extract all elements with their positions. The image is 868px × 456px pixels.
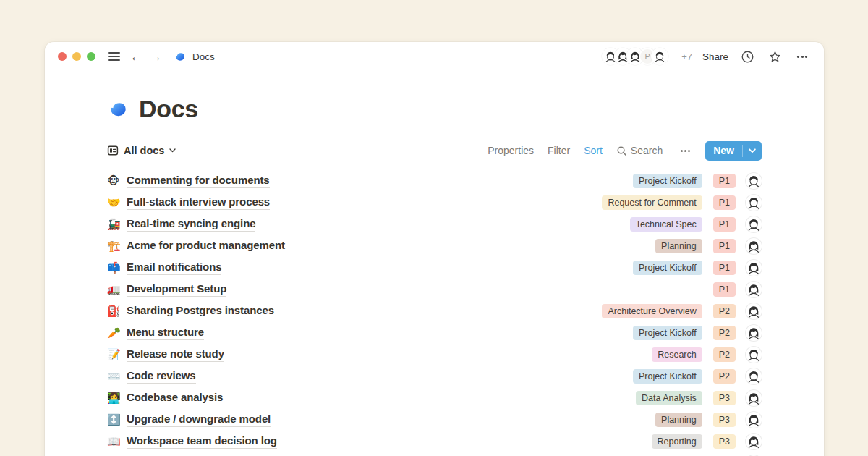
doc-priority[interactable]: P1 [713, 195, 736, 210]
doc-priority[interactable]: P1 [713, 239, 736, 253]
doc-tag[interactable]: Project Kickoff [633, 326, 702, 340]
collaborator-overflow-count[interactable]: +7 [681, 51, 692, 62]
open-book-emoji-icon: 📖 [107, 435, 127, 448]
assignee-avatar[interactable] [746, 412, 762, 428]
doc-title[interactable]: Sharding Postgres instances [127, 304, 274, 319]
history-icon[interactable] [739, 48, 756, 65]
doc-title[interactable]: Real-time syncing engine [127, 217, 255, 232]
locomotive-emoji-icon: 🚂 [107, 218, 127, 231]
share-button[interactable]: Share [702, 51, 728, 62]
doc-title[interactable]: Full-stack interview process [127, 195, 270, 211]
doc-row[interactable]: 📖 Workspace team decision log ReportingP… [107, 431, 762, 452]
doc-title[interactable]: Release note study [127, 347, 224, 363]
doc-tag[interactable]: Reporting [652, 434, 702, 449]
doc-title[interactable]: Email notifications [127, 261, 221, 276]
filter-button[interactable]: Filter [548, 145, 570, 156]
up-down-arrow-emoji-icon: ↕️ [107, 413, 127, 426]
doc-tag[interactable]: Project Kickoff [633, 369, 702, 384]
assignee-avatar[interactable] [746, 216, 762, 232]
doc-title[interactable]: Code reviews [127, 369, 196, 384]
doc-title[interactable]: Codebase analysis [127, 391, 223, 406]
doc-list: 🐵 Commenting for documents Project Kicko… [107, 170, 762, 456]
minimize-window-button[interactable] [72, 52, 81, 61]
doc-row[interactable]: 📫 Email notifications Project KickoffP1 [107, 257, 762, 279]
doc-row[interactable]: 🐵 Commenting for documents Project Kicko… [107, 170, 762, 192]
doc-row[interactable]: ↕️ Upgrade / downgrade model PlanningP3 [107, 409, 762, 431]
crane-emoji-icon: 🏗️ [107, 240, 127, 253]
toolbar-more-icon[interactable] [676, 142, 694, 159]
doc-title[interactable]: Upgrade / downgrade model [127, 413, 271, 428]
doc-tag[interactable]: Project Kickoff [633, 174, 702, 188]
doc-row[interactable]: 🥕 Menu structure Project KickoffP2 [107, 322, 762, 344]
doc-row[interactable]: 📝 Release note study ResearchP2 [107, 344, 762, 366]
doc-row[interactable]: 🏗️ Acme for product management PlanningP… [107, 235, 762, 257]
search-button[interactable]: Search [616, 145, 663, 156]
doc-tag[interactable]: Research [652, 347, 702, 362]
assignee-avatar[interactable] [746, 390, 762, 406]
close-window-button[interactable] [58, 52, 67, 61]
assignee-avatar[interactable] [746, 303, 762, 319]
doc-tag[interactable]: Planning [655, 413, 702, 427]
doc-priority[interactable]: P2 [713, 347, 736, 362]
monkey-emoji-icon: 🐵 [107, 174, 127, 187]
toolbar: All docs Properties Filter Sort Search N… [107, 140, 762, 161]
doc-title[interactable]: Menu structure [127, 326, 204, 341]
doc-row[interactable]: 🤝 Full-stack interview process Request f… [107, 192, 762, 214]
doc-row[interactable]: 🚂 Real-time syncing engine Technical Spe… [107, 214, 762, 235]
chevron-down-icon [169, 148, 176, 153]
new-doc-label[interactable]: New [705, 141, 742, 161]
doc-tag[interactable]: Planning [655, 239, 702, 253]
doc-priority[interactable]: P3 [713, 391, 736, 405]
sort-button[interactable]: Sort [584, 145, 603, 156]
doc-tag[interactable]: Request for Comment [602, 195, 702, 210]
collaborator-avatar[interactable] [651, 48, 668, 65]
zoom-window-button[interactable] [87, 52, 95, 61]
doc-title[interactable]: Development Setup [127, 282, 226, 297]
doc-priority[interactable]: P3 [713, 434, 736, 449]
doc-title[interactable]: Acme for product management [127, 239, 285, 254]
doc-priority[interactable]: P1 [713, 282, 736, 297]
menu-icon[interactable] [109, 48, 120, 65]
new-doc-button[interactable]: New [705, 141, 762, 161]
assignee-avatar[interactable] [746, 325, 762, 341]
memo-emoji-icon: 📝 [107, 348, 127, 361]
new-doc-caret[interactable] [743, 141, 762, 161]
doc-tag[interactable]: Data Analysis [636, 391, 702, 405]
doc-row[interactable]: 👩‍💻 Codebase analysis Data AnalysisP3 [107, 387, 762, 409]
assignee-avatar[interactable] [746, 238, 762, 254]
doc-row[interactable]: 🦜 Performance review feedback ResearchP3 [107, 452, 762, 456]
doc-priority[interactable]: P1 [713, 174, 736, 188]
collaborator-avatar-stack[interactable]: P [602, 48, 668, 65]
doc-priority[interactable]: P2 [713, 326, 736, 340]
doc-priority[interactable]: P2 [713, 304, 736, 318]
doc-row[interactable]: 🚛 Development Setup P1 [107, 279, 762, 300]
assignee-avatar[interactable] [746, 260, 762, 276]
view-switcher[interactable]: All docs [107, 145, 176, 156]
doc-priority[interactable]: P2 [713, 369, 736, 384]
assignee-avatar[interactable] [746, 173, 762, 189]
doc-tag[interactable]: Technical Spec [630, 217, 702, 232]
page-header: Docs [107, 95, 762, 123]
doc-priority[interactable]: P1 [713, 217, 736, 232]
view-label: All docs [124, 145, 164, 156]
assignee-avatar[interactable] [746, 347, 762, 363]
doc-tag[interactable]: Architecture Overview [602, 304, 702, 318]
doc-row[interactable]: ⌨️ Code reviews Project KickoffP2 [107, 366, 762, 387]
doc-tag[interactable]: Project Kickoff [633, 261, 702, 275]
assignee-avatar[interactable] [746, 195, 762, 211]
properties-button[interactable]: Properties [488, 145, 534, 156]
doc-title[interactable]: Workspace team decision log [127, 434, 277, 449]
doc-row[interactable]: ⛽ Sharding Postgres instances Architectu… [107, 300, 762, 322]
assignee-avatar[interactable] [746, 282, 762, 297]
assignee-avatar[interactable] [746, 368, 762, 384]
assignee-avatar[interactable] [746, 434, 762, 449]
doc-title[interactable]: Commenting for documents [127, 174, 270, 189]
more-options-icon[interactable] [793, 48, 811, 65]
carrot-emoji-icon: 🥕 [107, 326, 127, 339]
doc-priority[interactable]: P1 [713, 261, 736, 275]
truck-emoji-icon: 🚛 [107, 283, 127, 296]
doc-priority[interactable]: P3 [713, 413, 736, 427]
back-arrow-icon[interactable]: ← [130, 51, 142, 63]
favorite-star-icon[interactable] [766, 48, 783, 65]
forward-arrow-icon[interactable]: → [150, 51, 162, 63]
